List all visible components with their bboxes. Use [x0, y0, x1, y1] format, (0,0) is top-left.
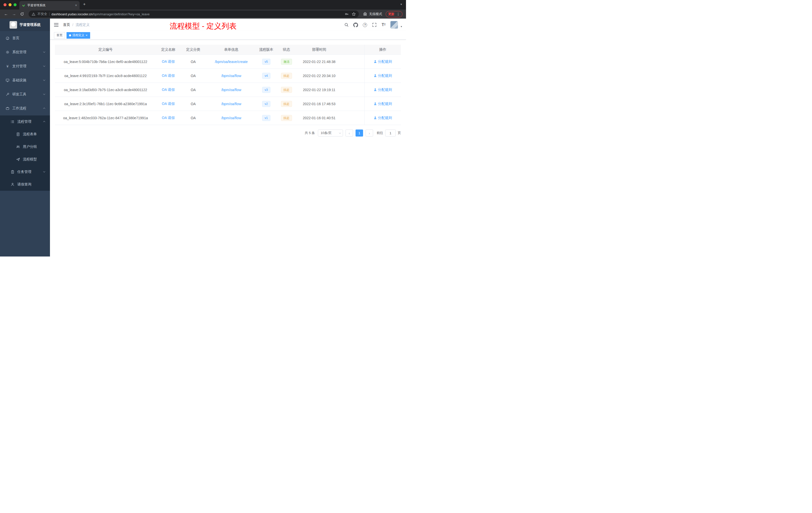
security-warning-icon	[32, 12, 35, 16]
table-row: oa_leave:2:3c1f0ef1-76b1-11ec-9c66-a2380…	[55, 97, 401, 111]
deploy-time: 2022-01-22 20:34:10	[297, 69, 341, 83]
back-button[interactable]: ←	[2, 10, 9, 18]
assign-rule-link[interactable]: 分配规则	[374, 102, 392, 106]
pagination-total: 共 5 条	[305, 131, 315, 135]
column-header: 定义名称	[156, 45, 180, 55]
security-label[interactable]: 不安全	[37, 12, 47, 16]
sidebar-item-system[interactable]: 系统管理	[0, 45, 50, 59]
sidebar-item-infrastructure[interactable]: 基础设施	[0, 73, 50, 87]
tag-home[interactable]: 首页	[54, 32, 65, 39]
chevron-down-icon	[43, 171, 45, 173]
definition-table: 定义编号 定义名称 定义分类 表单信息 流程版本 状态 部署时间 操作 oa_l…	[55, 45, 401, 125]
sidebar-item-process-management[interactable]: 流程管理	[0, 116, 50, 128]
column-header: 状态	[276, 45, 297, 55]
user-icon	[374, 74, 377, 77]
help-icon[interactable]: ?	[362, 22, 368, 27]
chevron-down-icon	[43, 93, 45, 95]
chevron-down-icon	[43, 65, 45, 67]
github-icon[interactable]	[353, 22, 358, 27]
assign-rule-link[interactable]: 分配规则	[374, 59, 392, 64]
avatar-caret-down-icon[interactable]: ▾	[401, 25, 402, 28]
pagination-goto: 前往 页	[377, 129, 401, 137]
definition-name-link[interactable]: OA 请假	[162, 102, 175, 106]
new-tab-button[interactable]: +	[83, 2, 86, 7]
definition-name-link[interactable]: OA 请假	[162, 88, 175, 92]
tab-search-chevron-icon[interactable]: ▾	[401, 2, 402, 6]
maximize-window-button[interactable]	[13, 3, 17, 6]
close-window-button[interactable]	[3, 3, 6, 6]
assign-rule-link[interactable]: 分配规则	[374, 73, 392, 78]
url-text: dashboard.yudao.iocoder.cn/bpm/manager/d…	[52, 12, 150, 16]
logo-title: 芋道管理系统	[20, 23, 41, 27]
chevron-up-icon	[43, 108, 45, 110]
assign-rule-link[interactable]: 分配规则	[374, 116, 392, 120]
tab-title: 芋道管理系统	[27, 3, 73, 7]
breadcrumb-home[interactable]: 首页	[63, 23, 70, 27]
form-link[interactable]: /bpm/oa/flow	[221, 88, 241, 92]
fullscreen-icon[interactable]	[372, 22, 377, 27]
password-key-icon[interactable]	[345, 12, 349, 16]
sidebar-item-task-management[interactable]: 任务管理	[0, 165, 50, 178]
address-bar[interactable]: 不安全 dashboard.yudao.iocoder.cn/bpm/manag…	[29, 10, 359, 18]
sidebar-item-workflow[interactable]: 工作流程	[0, 101, 50, 116]
chevron-up-icon	[43, 121, 45, 123]
sidebar-item-leave-query[interactable]: 请假查询	[0, 178, 50, 191]
next-page-button[interactable]: ›	[366, 129, 373, 137]
form-link[interactable]: /bpm/oa/flow	[221, 74, 241, 78]
minimize-window-button[interactable]	[8, 3, 11, 6]
browser-menu-icon[interactable]: ⋮	[397, 12, 400, 16]
definition-name-link[interactable]: OA 请假	[162, 73, 175, 78]
sidebar-item-home[interactable]: 首页	[0, 31, 50, 45]
sidebar-item-label: 支付管理	[12, 64, 26, 68]
prev-page-button[interactable]: ‹	[346, 129, 353, 137]
browser-toolbar: ← → 不安全 dashboard.yudao.iocoder.cn/bpm/m…	[0, 9, 406, 19]
update-label[interactable]: 更新	[388, 12, 395, 16]
definition-category: OA	[180, 97, 206, 111]
definition-name-link[interactable]: OA 请假	[162, 116, 175, 120]
search-icon[interactable]	[344, 22, 349, 27]
url-host: dashboard.yudao.iocoder.cn	[52, 12, 92, 16]
page-size-select[interactable]: 10条/页	[318, 129, 343, 137]
definition-id: oa_leave:2:3c1f0ef1-76b1-11ec-9c66-a2380…	[55, 97, 156, 111]
sidebar-item-process-model[interactable]: 流程模型	[0, 153, 50, 165]
form-link[interactable]: /bpm/oa/leave/create	[215, 60, 248, 64]
definition-name-link[interactable]: OA 请假	[162, 59, 175, 64]
browser-window: 芋道管理系统 × + ▾ ← → 不安全 dashboard.yudao.ioc…	[0, 0, 406, 256]
sidebar-item-label: 首页	[12, 36, 19, 40]
tab-close-icon[interactable]: ×	[75, 3, 77, 7]
tag-process-definition[interactable]: 流程定义 ×	[66, 32, 90, 39]
dashboard-icon	[5, 36, 9, 40]
table-header-row: 定义编号 定义名称 定义分类 表单信息 流程版本 状态 部署时间 操作	[55, 45, 401, 55]
sidebar-item-payment[interactable]: ¥ 支付管理	[0, 59, 50, 73]
forward-button[interactable]: →	[10, 10, 18, 18]
sidebar-item-label: 工作流程	[12, 106, 26, 111]
column-header: 部署时间	[297, 45, 341, 55]
sidebar-item-devtools[interactable]: 研发工具	[0, 87, 50, 101]
font-size-icon[interactable]: TT	[381, 22, 386, 27]
sidebar-item-label: 研发工具	[12, 92, 26, 97]
document-icon	[16, 132, 20, 136]
content-area: 定义编号 定义名称 定义分类 表单信息 流程版本 状态 部署时间 操作 oa_l…	[50, 40, 406, 256]
bookmark-star-icon[interactable]	[352, 12, 356, 16]
user-icon	[374, 116, 377, 119]
tag-close-icon[interactable]: ×	[86, 34, 88, 37]
assign-rule-link[interactable]: 分配规则	[374, 88, 392, 92]
form-link[interactable]: /bpm/oa/flow	[221, 116, 241, 120]
form-link[interactable]: /bpm/oa/flow	[221, 102, 241, 106]
workflow-submenu: 流程管理 流程表单	[0, 116, 50, 191]
sidebar-item-user-group[interactable]: 用户分组	[0, 141, 50, 153]
column-header: 操作	[364, 45, 401, 55]
avatar[interactable]	[390, 21, 398, 29]
url-separator	[49, 12, 50, 16]
definition-category: OA	[180, 111, 206, 125]
reload-button[interactable]	[19, 10, 26, 18]
sidebar-toggle-icon[interactable]	[54, 22, 59, 27]
status-badge: 挂起	[281, 73, 292, 79]
update-chip[interactable]: 更新 ⋮	[386, 11, 403, 17]
pagination: 共 5 条 10条/页 ‹ 1 › 前往 页	[55, 129, 401, 137]
page-number-button[interactable]: 1	[355, 129, 363, 137]
goto-page-input[interactable]	[385, 129, 396, 137]
version-badge: v1	[262, 115, 270, 121]
sidebar-item-process-form[interactable]: 流程表单	[0, 128, 50, 141]
browser-tab[interactable]: 芋道管理系统 ×	[19, 1, 80, 9]
